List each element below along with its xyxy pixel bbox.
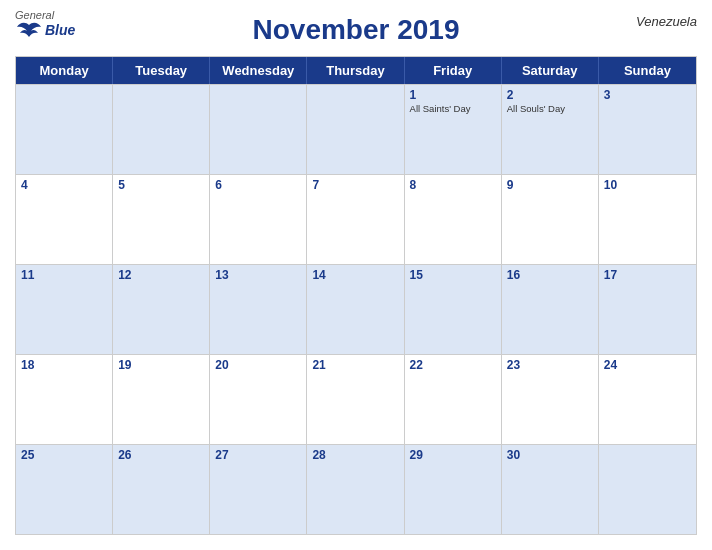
day-number: 7 xyxy=(312,178,398,192)
day-cell: 12 xyxy=(113,265,210,354)
calendar-header: General Blue November 2019 Venezuela xyxy=(15,10,697,50)
day-number: 30 xyxy=(507,448,593,462)
day-number: 3 xyxy=(604,88,691,102)
title-area: November 2019 xyxy=(252,14,459,46)
day-header-monday: Monday xyxy=(16,57,113,84)
day-cell: 24 xyxy=(599,355,696,444)
day-number: 11 xyxy=(21,268,107,282)
day-cell xyxy=(113,85,210,174)
day-cell xyxy=(599,445,696,534)
day-cell: 1All Saints' Day xyxy=(405,85,502,174)
day-headers-row: MondayTuesdayWednesdayThursdayFridaySatu… xyxy=(16,57,696,84)
day-cell xyxy=(16,85,113,174)
day-number: 19 xyxy=(118,358,204,372)
logo-general-text: General xyxy=(15,10,75,21)
day-cell: 23 xyxy=(502,355,599,444)
day-number: 23 xyxy=(507,358,593,372)
day-cell: 8 xyxy=(405,175,502,264)
logo-blue-text: Blue xyxy=(45,23,75,37)
day-number: 27 xyxy=(215,448,301,462)
day-cell: 10 xyxy=(599,175,696,264)
day-cell: 13 xyxy=(210,265,307,354)
day-number: 28 xyxy=(312,448,398,462)
day-number: 24 xyxy=(604,358,691,372)
day-cell: 21 xyxy=(307,355,404,444)
weeks-container: 1All Saints' Day2All Souls' Day345678910… xyxy=(16,84,696,534)
day-number: 10 xyxy=(604,178,691,192)
day-header-sunday: Sunday xyxy=(599,57,696,84)
week-row-5: 252627282930 xyxy=(16,444,696,534)
day-cell: 9 xyxy=(502,175,599,264)
week-row-4: 18192021222324 xyxy=(16,354,696,444)
day-cell: 22 xyxy=(405,355,502,444)
day-cell xyxy=(307,85,404,174)
day-number: 17 xyxy=(604,268,691,282)
day-cell: 29 xyxy=(405,445,502,534)
day-header-tuesday: Tuesday xyxy=(113,57,210,84)
day-number: 4 xyxy=(21,178,107,192)
day-number: 26 xyxy=(118,448,204,462)
day-cell: 27 xyxy=(210,445,307,534)
day-cell: 15 xyxy=(405,265,502,354)
day-cell: 28 xyxy=(307,445,404,534)
day-number: 25 xyxy=(21,448,107,462)
day-number: 14 xyxy=(312,268,398,282)
day-number: 13 xyxy=(215,268,301,282)
day-header-thursday: Thursday xyxy=(307,57,404,84)
month-year-title: November 2019 xyxy=(252,14,459,46)
day-header-friday: Friday xyxy=(405,57,502,84)
day-cell: 26 xyxy=(113,445,210,534)
day-number: 18 xyxy=(21,358,107,372)
week-row-1: 1All Saints' Day2All Souls' Day3 xyxy=(16,84,696,174)
day-number: 16 xyxy=(507,268,593,282)
day-cell: 19 xyxy=(113,355,210,444)
day-cell: 25 xyxy=(16,445,113,534)
day-cell xyxy=(210,85,307,174)
week-row-3: 11121314151617 xyxy=(16,264,696,354)
day-cell: 5 xyxy=(113,175,210,264)
day-header-wednesday: Wednesday xyxy=(210,57,307,84)
calendar-container: General Blue November 2019 Venezuela Mon… xyxy=(0,0,712,550)
day-cell: 14 xyxy=(307,265,404,354)
day-number: 1 xyxy=(410,88,496,102)
day-number: 9 xyxy=(507,178,593,192)
day-event: All Souls' Day xyxy=(507,103,593,114)
day-number: 8 xyxy=(410,178,496,192)
day-cell: 4 xyxy=(16,175,113,264)
logo: General Blue xyxy=(15,10,75,39)
day-cell: 7 xyxy=(307,175,404,264)
day-cell: 17 xyxy=(599,265,696,354)
day-cell: 20 xyxy=(210,355,307,444)
day-cell: 6 xyxy=(210,175,307,264)
day-header-saturday: Saturday xyxy=(502,57,599,84)
day-number: 6 xyxy=(215,178,301,192)
week-row-2: 45678910 xyxy=(16,174,696,264)
country-label: Venezuela xyxy=(636,14,697,29)
day-cell: 2All Souls' Day xyxy=(502,85,599,174)
day-event: All Saints' Day xyxy=(410,103,496,114)
day-cell: 11 xyxy=(16,265,113,354)
day-number: 2 xyxy=(507,88,593,102)
day-cell: 16 xyxy=(502,265,599,354)
day-cell: 30 xyxy=(502,445,599,534)
day-number: 21 xyxy=(312,358,398,372)
logo-bird-icon xyxy=(15,21,43,39)
day-number: 12 xyxy=(118,268,204,282)
day-cell: 18 xyxy=(16,355,113,444)
day-number: 15 xyxy=(410,268,496,282)
day-number: 22 xyxy=(410,358,496,372)
day-number: 29 xyxy=(410,448,496,462)
calendar-grid: MondayTuesdayWednesdayThursdayFridaySatu… xyxy=(15,56,697,535)
day-cell: 3 xyxy=(599,85,696,174)
day-number: 20 xyxy=(215,358,301,372)
day-number: 5 xyxy=(118,178,204,192)
